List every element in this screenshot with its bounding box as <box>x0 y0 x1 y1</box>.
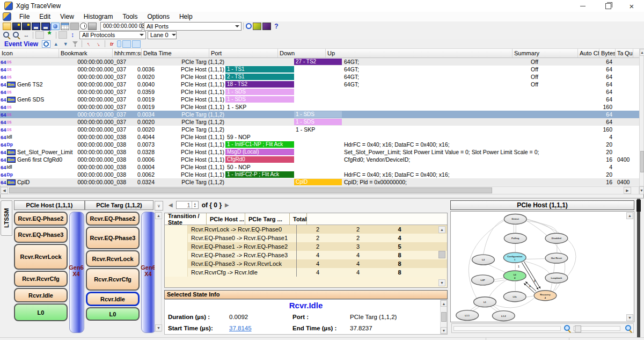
targ-column-header[interactable]: PCIe Targ (1,1,2) <box>85 200 153 210</box>
compare-green-icon[interactable] <box>122 40 131 48</box>
state-node-disabled[interactable]: Disabled <box>545 233 568 243</box>
event-row[interactable]: 64 Idl 000:00:00.000_038 0.0004 PCIe Hos… <box>0 163 639 171</box>
ltssm-state[interactable]: L0 <box>14 303 68 321</box>
zoom-track[interactable] <box>453 326 561 331</box>
down-packet[interactable]: CfgRd0 <box>225 156 294 163</box>
column-header[interactable]: Bookmark <box>59 49 113 57</box>
event-row[interactable]: 64 os 000:00:00.000_037 0.0020 PCIe Host… <box>0 73 639 81</box>
up-packet[interactable]: CplD <box>294 179 342 185</box>
floppy-save-icon[interactable] <box>32 23 40 30</box>
filter-icon[interactable] <box>71 40 79 48</box>
ltssm-state[interactable]: Rcvr.EQ-Phase2 <box>14 212 68 226</box>
database-export-icon[interactable] <box>22 23 31 30</box>
info-vscrollbar[interactable] <box>440 300 447 334</box>
start-time-link[interactable]: 37.8145 <box>229 325 252 331</box>
report-view-icon[interactable] <box>70 23 79 30</box>
ltssm-tab[interactable]: LTSSM <box>1 200 12 236</box>
down-packet[interactable]: 50 - NOP <box>225 164 251 170</box>
ltssm-state[interactable]: Rcvr.Idle <box>14 288 68 302</box>
menu-item[interactable]: Options <box>143 13 174 20</box>
transition-row[interactable]: Rcvr.EQ-Phase1 -> Rcvr.EQ-Phase2 2 3 5 <box>165 242 447 251</box>
state-node-loopback[interactable]: Loopback <box>545 273 568 283</box>
find-page-icon[interactable] <box>42 40 50 48</box>
transition-column-header[interactable]: PCIe Host ... <box>207 213 245 225</box>
lane-combo[interactable]: Lane 0 <box>148 31 177 39</box>
event-row[interactable]: 64 Bm Gen6 SDS 000:00:00.000_037 0.0019 … <box>0 96 639 103</box>
transition-column-header[interactable]: PCIe Targ ... <box>245 213 290 225</box>
scroll-up-icon[interactable] <box>626 212 633 219</box>
event-hscrollbar[interactable] <box>0 186 639 194</box>
tag-icon[interactable] <box>35 31 44 39</box>
traffic-light-icon[interactable] <box>117 40 121 47</box>
ltssm-state[interactable]: Rcvr.EQ-Phase3 <box>14 227 68 243</box>
ports-combo[interactable]: All Ports <box>144 22 241 31</box>
transition-column-header[interactable]: Transition / State <box>165 213 207 225</box>
state-node-l12[interactable]: L1.2 <box>492 311 515 321</box>
minimize-button[interactable] <box>574 0 592 12</box>
column-header[interactable]: Port <box>209 49 278 57</box>
ltssm-state[interactable]: Rcvr.RcvrLock <box>86 250 140 267</box>
diagram-canvas[interactable]: 134 DetectPollingDisabledConfiguration1H… <box>450 211 634 322</box>
menu-item[interactable]: Histogram <box>79 13 118 20</box>
transition-row[interactable]: Rcvr.EQ-Phase3 -> Rcvr.RcvrLock 4 4 8 <box>165 259 447 268</box>
column-header[interactable]: Delta Time <box>142 49 209 57</box>
down-packet[interactable]: MsgD (Local) <box>225 149 294 155</box>
protocols-combo-caret-icon[interactable] <box>138 32 145 39</box>
ltssm-state[interactable]: Rcvr.EQ-Phase2 <box>86 212 140 226</box>
scroll-down-icon[interactable] <box>438 279 445 286</box>
scroll-left-icon[interactable] <box>1 187 8 194</box>
state-node-configuration[interactable]: Configuration1 <box>503 252 526 263</box>
event-row[interactable]: 64 os 000:00:00.000_037 PCIe Targ (1,1,2… <box>0 58 639 66</box>
restore-button[interactable] <box>599 0 617 12</box>
floppy-save-all-icon[interactable] <box>41 23 50 30</box>
transition-row[interactable]: Rcvr.RcvrLock -> Rcvr.EQ-Phase0 2 2 4 <box>165 225 447 234</box>
state-node-l0s[interactable]: L0s <box>503 292 526 302</box>
ltssm-state[interactable]: Rcvr.RcvrLock <box>14 244 68 270</box>
time-combo[interactable]: 000:00:00.000 037 <box>100 22 142 31</box>
state-node-l1[interactable]: L1 <box>474 297 496 307</box>
transition-row[interactable]: Rcvr.EQ-Phase2 -> Rcvr.EQ-Phase3 4 4 8 <box>165 251 447 259</box>
state-node-l2[interactable]: L2 <box>472 255 495 265</box>
compare-blue-icon[interactable] <box>132 40 141 48</box>
fit-width-icon[interactable] <box>22 31 31 39</box>
column-header[interactable]: Icon <box>0 49 59 57</box>
scroll-right-icon[interactable] <box>624 187 631 194</box>
state-node-l11[interactable]: L1.1 <box>456 310 479 321</box>
event-row[interactable]: 64 os 000:00:00.000_037 0.0020 PCIe Targ… <box>0 126 639 133</box>
updown-arrows-icon[interactable] <box>68 31 77 39</box>
column-header[interactable]: hhh:mm:ss.ms_us <box>113 49 142 57</box>
event-row[interactable]: 64 os 000:00:00.000_037 0.0020 PCIe Targ… <box>0 118 639 126</box>
database-save-icon[interactable] <box>12 23 21 30</box>
close-button[interactable]: × <box>623 0 641 12</box>
event-row[interactable]: 64 Idl 000:00:00.000_038 0.4044 PCIe Hos… <box>0 133 639 141</box>
column-header[interactable]: Down <box>278 49 326 57</box>
menu-item[interactable]: Help <box>174 13 197 20</box>
clock-view-icon[interactable] <box>80 23 87 30</box>
diagram-vscrollbar[interactable] <box>626 212 633 321</box>
scroll-up-icon[interactable] <box>155 212 162 219</box>
down-packet[interactable]: 18 - TS2 <box>225 81 294 88</box>
ltssm-state[interactable]: Rcvr.EQ-Phase3 <box>86 227 140 249</box>
prev-triangle-icon[interactable] <box>52 40 60 48</box>
down-packet[interactable]: 1 - InitFC2-P ; Flit Ack <box>225 171 294 178</box>
scroll-down-icon[interactable] <box>626 314 633 321</box>
protocols-combo[interactable]: All Protocols <box>79 31 146 39</box>
column-header[interactable]: Tag <box>616 49 623 57</box>
trace-view-icon[interactable] <box>51 23 60 30</box>
panel-splitter[interactable] <box>637 199 640 337</box>
state-node-l0p[interactable]: L0P <box>472 275 494 285</box>
scroll-down-icon[interactable] <box>441 327 447 334</box>
spinner-arrows-icon[interactable]: ▲▼ <box>192 201 198 208</box>
zoom-out-icon[interactable] <box>12 31 21 39</box>
event-row[interactable]: 64 os 000:00:00.000_037 0.0034 PCIe Targ… <box>0 111 639 118</box>
up-packet[interactable]: 1 - SDS <box>294 119 342 125</box>
host-column-header[interactable]: PCIe Host (1,1,1) <box>14 200 85 210</box>
scroll-up-icon[interactable] <box>438 226 445 233</box>
zoom-slider-track[interactable] <box>573 326 620 331</box>
marker-icon[interactable] <box>107 40 116 48</box>
transition-row[interactable]: Rcvr.RcvrCfg -> Rcvr.Idle 4 4 8 <box>165 268 447 277</box>
event-row[interactable]: 64 Dp 000:00:00.000_038 0.0062 PCIe Host… <box>0 171 639 178</box>
up-packet[interactable]: 27 - TS2 <box>294 59 342 65</box>
green-asterisk-icon[interactable] <box>45 31 54 39</box>
zoom-out-icon[interactable] <box>564 324 571 332</box>
